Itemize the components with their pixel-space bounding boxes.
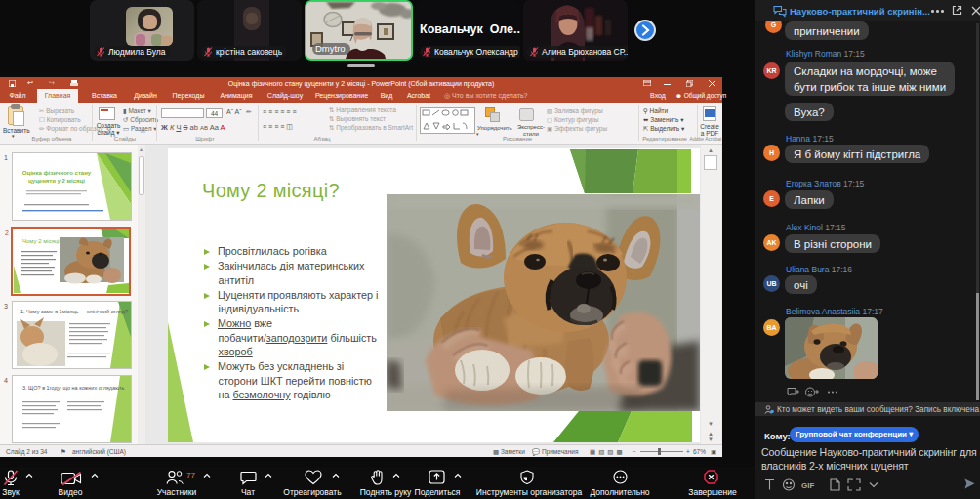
svg-text:Чому 2 місяці?: Чому 2 місяці? [22,238,63,244]
svg-text:Оцінка фізичного стану: Оцінка фізичного стану [22,170,92,176]
svg-text:GIF: GIF [801,481,814,490]
svg-text:цуценяти у 2 місяці: цуценяти у 2 місяці [28,178,85,184]
svg-text:1. Чому саме в 1місяць — кліні: 1. Чому саме в 1місяць — клінічний огляд… [20,309,128,314]
svg-text:3. ЩО? в 1году: що на кожних о: 3. ЩО? в 1году: що на кожних оглядають [22,385,125,391]
